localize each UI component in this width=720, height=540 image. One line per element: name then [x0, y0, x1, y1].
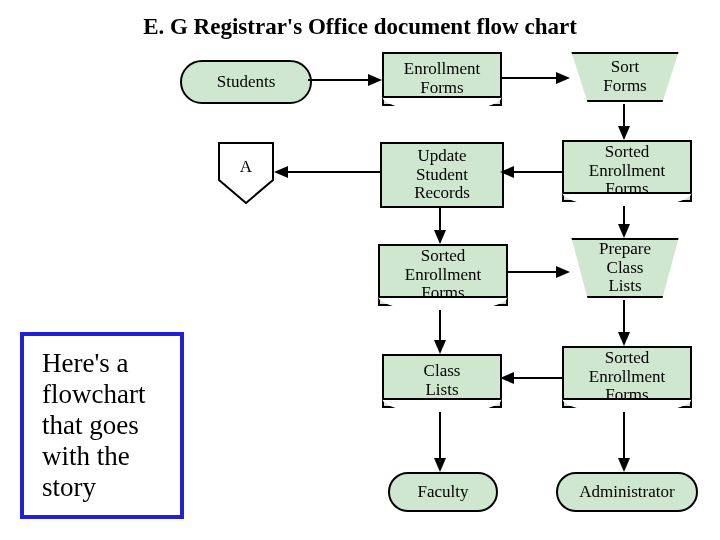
arrow-sorted3-left	[500, 370, 562, 386]
svg-marker-2	[368, 74, 382, 86]
label: UpdateStudentRecords	[414, 147, 470, 203]
label: Faculty	[418, 483, 469, 502]
label: SortedEnrollmentForms	[405, 247, 481, 303]
terminator-faculty: Faculty	[388, 472, 498, 512]
label: EnrollmentForms	[404, 60, 480, 97]
label: ClassLists	[424, 362, 461, 399]
label: Administrator	[579, 483, 674, 502]
svg-marker-12	[434, 230, 446, 244]
arrow-enrollment-sort	[500, 70, 570, 86]
svg-marker-20	[618, 332, 630, 346]
page-title: E. G Registrar's Office document flow ch…	[143, 14, 577, 40]
arrow-classlists-down	[432, 412, 448, 472]
trapezoid-prepare-class-lists: PrepareClassLists	[558, 238, 692, 298]
document-class-lists: ClassLists	[382, 354, 502, 408]
terminator-students: Students	[180, 60, 312, 104]
label: SortedEnrollmentForms	[589, 349, 665, 405]
label: Students	[217, 73, 276, 92]
label: SortForms	[603, 58, 646, 95]
arrow-sorted1-update	[500, 164, 562, 180]
svg-marker-10	[274, 166, 288, 178]
document-enrollment-forms: EnrollmentForms	[382, 52, 502, 106]
trapezoid-sort-forms: SortForms	[558, 52, 692, 102]
arrow-prepare-down	[616, 300, 632, 346]
svg-marker-26	[618, 458, 630, 472]
svg-marker-4	[556, 72, 570, 84]
offpage-connector-a: A	[218, 142, 274, 204]
arrow-sort-down	[616, 104, 632, 140]
svg-marker-6	[618, 126, 630, 140]
svg-marker-8	[500, 166, 514, 178]
label: SortedEnrollmentForms	[589, 143, 665, 199]
svg-marker-14	[618, 224, 630, 238]
svg-marker-16	[556, 266, 570, 278]
terminator-administrator: Administrator	[556, 472, 698, 512]
arrow-sorted2-right	[506, 264, 570, 280]
arrow-sorted2-down	[432, 310, 448, 354]
caption-box: Here's a flowchart that goes with the st…	[20, 332, 184, 519]
arrow-students-enrollment	[308, 72, 382, 88]
document-sorted-enrollment-forms-3: SortedEnrollmentForms	[562, 346, 692, 408]
label: A	[240, 158, 252, 177]
label: PrepareClassLists	[599, 240, 651, 296]
document-sorted-enrollment-forms-1: SortedEnrollmentForms	[562, 140, 692, 202]
arrow-update-down	[432, 206, 448, 244]
process-update-student-records: UpdateStudentRecords	[380, 142, 504, 208]
svg-marker-18	[434, 340, 446, 354]
arrow-sorted1-down	[616, 206, 632, 238]
arrow-update-offpage	[274, 164, 380, 180]
document-sorted-enrollment-forms-2: SortedEnrollmentForms	[378, 244, 508, 306]
svg-marker-22	[500, 372, 514, 384]
svg-marker-24	[434, 458, 446, 472]
arrow-sorted3-down	[616, 412, 632, 472]
